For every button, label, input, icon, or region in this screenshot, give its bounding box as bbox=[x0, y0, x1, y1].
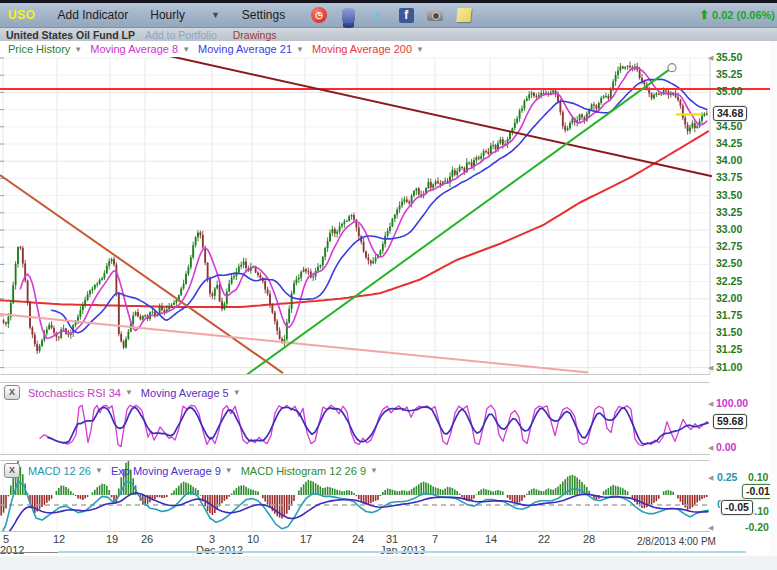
bottom-margin bbox=[0, 556, 777, 570]
legend-macd-ema9[interactable]: Exp Moving Average 9 bbox=[111, 465, 221, 477]
price-axis-label: 35.50 bbox=[716, 51, 742, 63]
legend-price-history[interactable]: Price History bbox=[8, 43, 70, 55]
price-axis-label: 31.50 bbox=[716, 326, 742, 338]
timeframe-caret-icon[interactable]: ▼ bbox=[211, 10, 220, 20]
price-axis-label: 31.25 bbox=[716, 343, 742, 355]
price-axis-label: 32.50 bbox=[716, 257, 742, 269]
current-stoch-box: 59.68 bbox=[713, 414, 747, 429]
chevron-down-icon[interactable]: ▼ bbox=[225, 466, 233, 475]
date-tick: 17 bbox=[300, 533, 312, 545]
add-indicator-button[interactable]: Add Indicator bbox=[58, 8, 129, 22]
price-axis-label: 35.25 bbox=[716, 68, 742, 80]
price-axis-label: 31.75 bbox=[716, 309, 742, 321]
twitter-icon[interactable]: t bbox=[368, 6, 386, 24]
macd-panel-bottom-border bbox=[0, 531, 710, 532]
axis-collapse-icon[interactable]: ◀ bbox=[708, 524, 713, 532]
price-axis-label: 33.50 bbox=[716, 189, 742, 201]
date-period-label: Jan 2013 bbox=[380, 544, 425, 556]
change-value: 0.02 (0.06%) bbox=[712, 9, 775, 21]
price-axis-label: 34.25 bbox=[716, 137, 742, 149]
legend-macd[interactable]: MACD 12 26 bbox=[28, 465, 91, 477]
legend-stoch-rsi[interactable]: Stochastics RSI 34 bbox=[28, 387, 121, 399]
chevron-down-icon[interactable]: ▼ bbox=[416, 45, 424, 54]
legend-ma21[interactable]: Moving Average 21 bbox=[198, 43, 292, 55]
stoch-axis-label: 0.00 bbox=[716, 441, 736, 453]
stoch-panel-bottom-border bbox=[0, 454, 710, 455]
note-icon[interactable] bbox=[455, 6, 473, 24]
facebook-icon[interactable]: f bbox=[397, 6, 415, 24]
legend-ma200[interactable]: Moving Average 200 bbox=[312, 43, 412, 55]
date-axis-year-separator bbox=[0, 552, 58, 553]
current-price-box: 34.68 bbox=[713, 106, 747, 121]
up-arrow-icon: ⬆ bbox=[699, 8, 709, 22]
date-tick: 19 bbox=[106, 533, 118, 545]
symbol-subbar: United States Oil Fund LP Add to Portfol… bbox=[0, 28, 777, 41]
close-icon[interactable]: X bbox=[4, 463, 20, 478]
axis-collapse-icon[interactable]: ◀ bbox=[708, 444, 713, 452]
price-axis-label: 32.00 bbox=[716, 292, 742, 304]
main-price-chart[interactable] bbox=[0, 57, 777, 375]
panel-divider bbox=[0, 374, 710, 375]
trading-app-window: USO Add Indicator Hourly ▼ Settings ◷ t … bbox=[0, 0, 777, 570]
price-axis-label: 32.75 bbox=[716, 240, 742, 252]
chevron-down-icon[interactable]: ▼ bbox=[125, 388, 133, 397]
macd-axis-label-green: -0.20 bbox=[745, 521, 769, 533]
chevron-down-icon[interactable]: ▼ bbox=[95, 466, 103, 475]
price-axis-label: 34.00 bbox=[716, 154, 742, 166]
price-axis-label: 32.25 bbox=[716, 275, 742, 287]
stoch-panel-header: X Stochastics RSI 34▼ Moving Average 5▼ bbox=[0, 385, 241, 400]
drawings-link[interactable]: Drawings bbox=[233, 29, 277, 41]
toolbar: USO Add Indicator Hourly ▼ Settings ◷ t … bbox=[0, 3, 777, 28]
date-tick: 7 bbox=[432, 533, 438, 545]
macd-axis-label-green: 0.10 bbox=[748, 471, 768, 483]
date-period-label: Dec 2012 bbox=[196, 544, 243, 556]
alerts-icon[interactable]: ◷ bbox=[310, 6, 328, 24]
axis-collapse-icon[interactable]: ◀ bbox=[708, 364, 713, 372]
chevron-down-icon[interactable]: ▼ bbox=[370, 466, 378, 475]
price-axis-label: 35.00 bbox=[716, 85, 742, 97]
right-margin bbox=[770, 41, 777, 556]
camera-icon[interactable] bbox=[426, 6, 444, 24]
macd-axis-label-teal: 0.25 bbox=[717, 471, 737, 483]
date-tick: 26 bbox=[141, 533, 153, 545]
symbol-ticker[interactable]: USO bbox=[8, 8, 36, 22]
add-to-portfolio-link[interactable]: Add to Portfolio bbox=[145, 29, 217, 41]
chevron-down-icon[interactable]: ▼ bbox=[74, 45, 82, 54]
timeframe-select[interactable]: Hourly bbox=[150, 8, 185, 22]
price-axis-label: 33.25 bbox=[716, 206, 742, 218]
toolbar-icon-group: ◷ t f bbox=[299, 6, 473, 24]
close-icon[interactable]: X bbox=[4, 385, 20, 400]
price-axis-label: 33.00 bbox=[716, 223, 742, 235]
legend-stoch-ma5[interactable]: Moving Average 5 bbox=[141, 387, 229, 399]
date-tick: 12 bbox=[53, 533, 65, 545]
axis-collapse-icon[interactable]: ◀ bbox=[708, 400, 713, 408]
price-axis-label: 34.50 bbox=[716, 120, 742, 132]
legend-ma8[interactable]: Moving Average 8 bbox=[90, 43, 178, 55]
chevron-down-icon[interactable]: ▼ bbox=[296, 45, 304, 54]
date-tick: 14 bbox=[485, 533, 497, 545]
legend-macd-hist[interactable]: MACD Histogram 12 26 9 bbox=[241, 465, 366, 477]
macd-panel-header: X MACD 12 26▼ Exp Moving Average 9▼ MACD… bbox=[0, 463, 378, 478]
date-period-label: 2012 bbox=[0, 544, 24, 556]
date-tick: 10 bbox=[247, 533, 259, 545]
axis-collapse-icon[interactable]: ◀ bbox=[708, 54, 713, 62]
chevron-down-icon[interactable]: ▼ bbox=[182, 45, 190, 54]
settings-button[interactable]: Settings bbox=[242, 8, 285, 22]
date-tick: 28 bbox=[583, 533, 595, 545]
main-chart-legend: Price History▼ Moving Average 8▼ Moving … bbox=[0, 41, 710, 57]
symbol-full-name: United States Oil Fund LP bbox=[6, 29, 135, 41]
date-axis-underline bbox=[58, 551, 746, 553]
chevron-down-icon[interactable]: ▼ bbox=[233, 388, 241, 397]
database-icon[interactable] bbox=[339, 6, 357, 24]
stoch-axis-label: 100.00 bbox=[716, 397, 748, 409]
date-tick: 22 bbox=[538, 533, 550, 545]
last-update-timestamp: 2/8/2013 4:00 PM bbox=[637, 536, 716, 547]
price-axis-label: 31.00 bbox=[716, 361, 742, 373]
date-tick: 24 bbox=[352, 533, 364, 545]
price-axis-label: 33.75 bbox=[716, 171, 742, 183]
axis-collapse-icon[interactable]: ◀ bbox=[708, 474, 713, 482]
current-macd-box: -0.05 bbox=[721, 500, 753, 515]
price-change-indicator: ⬆ 0.02 (0.06%) bbox=[699, 8, 775, 22]
